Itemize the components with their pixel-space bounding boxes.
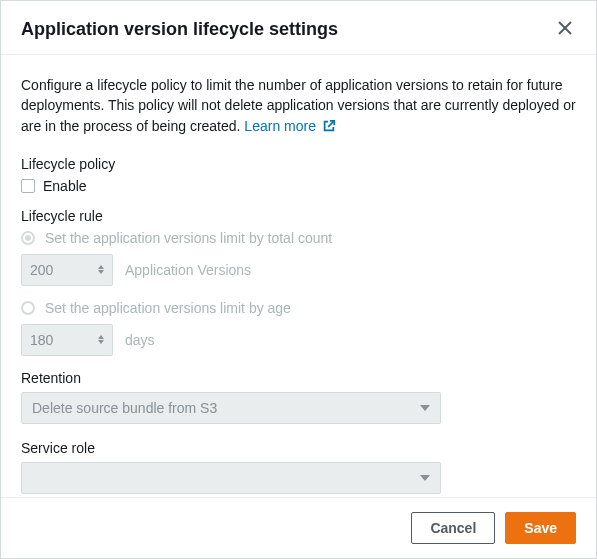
service-role-select[interactable] <box>21 462 441 494</box>
dialog-body: Configure a lifecycle policy to limit th… <box>1 55 596 504</box>
external-link-icon <box>322 118 336 138</box>
rule-by-age-radio[interactable] <box>21 301 35 315</box>
retention-select[interactable]: Delete source bundle from S3 <box>21 392 441 424</box>
chevron-down-icon <box>420 475 430 481</box>
enable-label: Enable <box>43 178 87 194</box>
dialog-title: Application version lifecycle settings <box>21 19 338 40</box>
lifecycle-policy-label: Lifecycle policy <box>21 156 576 172</box>
dialog-footer: Cancel Save <box>1 497 596 558</box>
stepper-icon <box>98 265 104 274</box>
chevron-down-icon <box>420 405 430 411</box>
rule-by-age-label: Set the application versions limit by ag… <box>45 300 291 316</box>
rule-by-count-row: Set the application versions limit by to… <box>21 230 576 246</box>
service-role-label: Service role <box>21 440 576 456</box>
enable-checkbox[interactable] <box>21 179 35 193</box>
rule-by-count-radio[interactable] <box>21 231 35 245</box>
lifecycle-rule-label: Lifecycle rule <box>21 208 576 224</box>
learn-more-link[interactable]: Learn more <box>244 118 335 134</box>
rule-by-count-label: Set the application versions limit by to… <box>45 230 332 246</box>
close-button[interactable] <box>554 17 576 42</box>
age-input-row: 180 days <box>21 324 576 356</box>
enable-row: Enable <box>21 178 576 194</box>
close-icon <box>558 23 572 38</box>
count-input-row: 200 Application Versions <box>21 254 576 286</box>
dialog-header: Application version lifecycle settings <box>1 1 596 55</box>
rule-by-age-row: Set the application versions limit by ag… <box>21 300 576 316</box>
stepper-icon <box>98 335 104 344</box>
count-unit: Application Versions <box>125 262 251 278</box>
age-unit: days <box>125 332 155 348</box>
age-input[interactable]: 180 <box>21 324 113 356</box>
save-button[interactable]: Save <box>505 512 576 544</box>
age-value: 180 <box>30 332 53 348</box>
retention-label: Retention <box>21 370 576 386</box>
count-input[interactable]: 200 <box>21 254 113 286</box>
description-text: Configure a lifecycle policy to limit th… <box>21 75 576 138</box>
count-value: 200 <box>30 262 53 278</box>
learn-more-label: Learn more <box>244 118 316 134</box>
cancel-button[interactable]: Cancel <box>411 512 495 544</box>
retention-selected: Delete source bundle from S3 <box>32 400 217 416</box>
